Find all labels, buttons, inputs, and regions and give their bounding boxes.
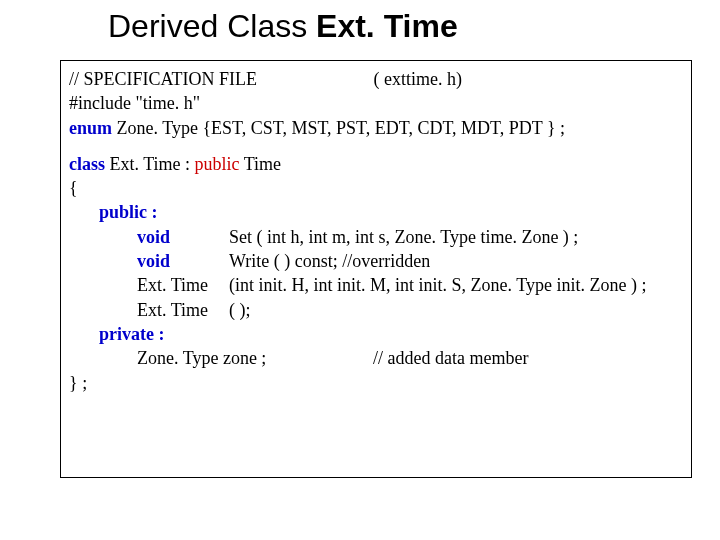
member-comment: // added data member bbox=[373, 348, 528, 368]
keyword-void: void bbox=[137, 225, 229, 249]
keyword-private: private : bbox=[99, 324, 164, 344]
code-line: #include "time. h" bbox=[69, 91, 683, 115]
code-line: enum Zone. Type {EST, CST, MST, PST, EDT… bbox=[69, 116, 683, 140]
page-title: Derived Class Ext. Time bbox=[108, 8, 458, 45]
ctor-params: (int init. H, int init. M, int init. S, … bbox=[229, 275, 646, 295]
ctor-default: ( ); bbox=[229, 300, 251, 320]
keyword-public-inherit: public bbox=[195, 154, 240, 174]
code-line: voidSet ( int h, int m, int s, Zone. Typ… bbox=[69, 225, 683, 249]
spec-file-label: // SPECIFICATION FILE bbox=[69, 67, 369, 91]
keyword-class: class bbox=[69, 154, 105, 174]
code-line: // SPECIFICATION FILE ( exttime. h) bbox=[69, 67, 683, 91]
keyword-void: void bbox=[137, 249, 229, 273]
method-set: Set ( int h, int m, int s, Zone. Type ti… bbox=[229, 227, 578, 247]
class-name: Ext. Time : bbox=[105, 154, 195, 174]
code-line: Zone. Type zone ;// added data member bbox=[69, 346, 683, 370]
code-line: class Ext. Time : public Time bbox=[69, 152, 683, 176]
ctor-name: Ext. Time bbox=[137, 273, 229, 297]
ctor-name: Ext. Time bbox=[137, 298, 229, 322]
code-line: private : bbox=[69, 322, 683, 346]
code-line: { bbox=[69, 176, 683, 200]
keyword-enum: enum bbox=[69, 118, 112, 138]
slide: Derived Class Ext. Time // SPECIFICATION… bbox=[0, 0, 720, 540]
title-prefix: Derived Class bbox=[108, 8, 316, 44]
title-bold: Ext. Time bbox=[316, 8, 458, 44]
enum-body: Zone. Type {EST, CST, MST, PST, EDT, CDT… bbox=[112, 118, 565, 138]
base-class: Time bbox=[240, 154, 282, 174]
spec-file-name: ( exttime. h) bbox=[374, 69, 462, 89]
code-box: // SPECIFICATION FILE ( exttime. h) #inc… bbox=[60, 60, 692, 478]
keyword-public: public : bbox=[99, 202, 158, 222]
code-line: Ext. Time( ); bbox=[69, 298, 683, 322]
code-line: Ext. Time(int init. H, int init. M, int … bbox=[69, 273, 683, 297]
code-line: voidWrite ( ) const; //overridden bbox=[69, 249, 683, 273]
method-write: Write ( ) const; //overridden bbox=[229, 251, 430, 271]
code-line: } ; bbox=[69, 371, 683, 395]
member-decl: Zone. Type zone ; bbox=[137, 346, 373, 370]
blank-line bbox=[69, 140, 683, 152]
code-line: public : bbox=[69, 200, 683, 224]
